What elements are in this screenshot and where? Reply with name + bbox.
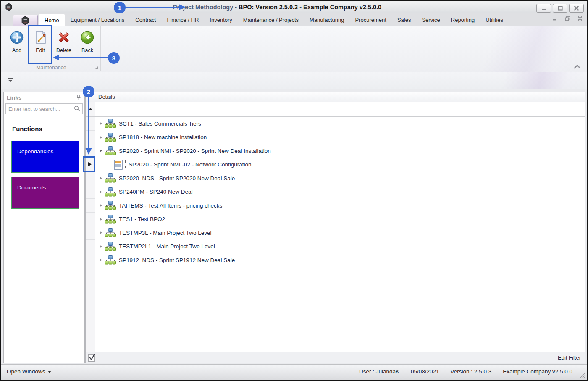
annotation-arrow-3-line (59, 57, 109, 58)
expand-arrow-icon[interactable] (97, 243, 104, 250)
row-indicator-cell (86, 213, 95, 226)
function-link-box[interactable]: Documents (11, 177, 79, 209)
tree-row[interactable]: SP240PM - SP240 New Deal (86, 185, 585, 199)
tree-row-label: SP2020 - Sprint NMI -02 - Network Config… (125, 159, 273, 170)
mdi-close-icon[interactable] (578, 16, 582, 21)
tree-row[interactable]: SP2020_NDS - Sprint SP2020 New Deal Sale (86, 171, 585, 185)
search-box (5, 103, 83, 114)
row-indicator-cell (86, 253, 95, 267)
annotation-arrow-1-head (179, 4, 185, 10)
ribbon-tab[interactable]: Home (39, 14, 65, 26)
collapse-ribbon-icon[interactable] (573, 63, 581, 70)
row-indicator-cell (86, 199, 95, 213)
tree-row-cell: SP1912_NDS - Sprint SP1912 New Deal Sale (95, 253, 585, 267)
function-link-label: Documents (17, 184, 46, 191)
tree-row[interactable]: TESTMP2L1 - Main Project Two LeveL (86, 240, 585, 254)
ribbon-tab-bar: HomeEquipment / LocationsContractFinance… (39, 14, 509, 26)
ribbon-tab[interactable]: Utilities (480, 14, 509, 26)
open-windows-button[interactable]: Open Windows (7, 368, 51, 375)
ribbon-tab[interactable]: Equipment / Locations (65, 14, 130, 26)
row-indicator-cell (86, 131, 95, 145)
pulldown-handle-icon[interactable] (8, 78, 13, 83)
function-links: Dependancies Documents (11, 141, 84, 209)
expand-arrow-icon[interactable] (97, 216, 104, 223)
tree-row-cell: SP2020 - Sprint NMI -02 - Network Config… (95, 158, 585, 172)
tree-row[interactable]: TAITEMS - Test All Items - pricing check… (86, 199, 585, 213)
tree-row[interactable]: TESTMP3L - Main Project Two Level (86, 226, 585, 240)
filter-checkbox[interactable] (88, 354, 95, 361)
project-org-chart-icon (105, 201, 116, 210)
back-arrow-icon (80, 30, 95, 45)
project-org-chart-icon (105, 133, 116, 142)
row-indicator-cell (86, 226, 95, 240)
status-date: 05/08/2021 (405, 368, 445, 375)
tree-row-label: TES1 - Test BPO2 (119, 216, 165, 222)
function-link-box[interactable]: Dependancies (11, 141, 79, 173)
project-org-chart-icon (105, 187, 116, 197)
ribbon-tab[interactable]: Contract (130, 14, 161, 26)
ribbon-tab[interactable]: Finance / HR (161, 14, 204, 26)
ribbon-tab-row: HomeEquipment / LocationsContractFinance… (1, 13, 587, 26)
back-button[interactable]: Back (76, 27, 99, 53)
tree-row-label: TESTMP2L1 - Main Project Two LeveL (119, 243, 217, 250)
tree-row[interactable]: SP1818 - New machine installation (86, 131, 585, 145)
project-org-chart-icon (105, 119, 116, 128)
minimize-button[interactable] (536, 4, 551, 13)
resize-grip-icon[interactable] (580, 373, 585, 378)
delete-button[interactable]: Delete (52, 27, 76, 53)
ribbon-tab[interactable]: Service (416, 14, 445, 26)
titlebar: Project Methodology- BPO: Version 2.5.0.… (1, 1, 587, 14)
expand-arrow-icon[interactable] (97, 120, 104, 127)
app-logo-icon (5, 3, 13, 11)
tree-row-cell: TESTMP2L1 - Main Project Two LeveL (95, 240, 585, 254)
back-button-label: Back (81, 47, 93, 53)
tree-row[interactable]: SP2020 - Sprint NMI -02 - Network Config… (86, 158, 585, 172)
annotation-arrow-3-head (53, 55, 59, 60)
status-version: Version : 2.5.0.3 (445, 368, 497, 375)
expand-arrow-icon[interactable] (97, 257, 104, 263)
add-button[interactable]: Add (5, 27, 29, 53)
ribbon-tab[interactable]: Reporting (446, 14, 480, 26)
auto-filter-row[interactable] (86, 102, 585, 117)
edit-filter-link[interactable]: Edit Filter (558, 355, 581, 361)
tree-row-label: SP2020_NDS - Sprint SP2020 New Deal Sale (119, 175, 235, 181)
tree-row-cell: TAITEMS - Test All Items - pricing check… (95, 199, 585, 213)
ribbon-tab[interactable]: Sales (392, 14, 417, 26)
group-dialog-launcher-icon[interactable] (95, 66, 98, 69)
ribbon-tab[interactable]: Manufacturing (304, 14, 349, 26)
search-icon[interactable] (74, 105, 80, 112)
ribbon-tab[interactable]: Maintenance / Projects (238, 14, 304, 26)
tree-row[interactable]: SP2020 - Sprint NMI - SP2020 - Sprint Ne… (86, 144, 585, 158)
ribbon-tab[interactable]: Procurement (349, 14, 391, 26)
annotation-highlight-row-indicator (83, 156, 95, 172)
expand-arrow-icon[interactable] (97, 134, 104, 141)
tree-row[interactable]: SCT1 - Sales Commercials Tiers (86, 117, 585, 131)
tree-row-cell: SP240PM - SP240 New Deal (95, 185, 585, 199)
mdi-restore-icon[interactable] (565, 16, 570, 21)
tree-row[interactable]: TES1 - Test BPO2 (86, 213, 585, 226)
application-button-icon (21, 16, 29, 25)
expand-arrow-icon[interactable] (97, 229, 104, 236)
grid-column-headers: Details (86, 92, 585, 102)
empty-column-header[interactable] (276, 92, 585, 102)
open-windows-label: Open Windows (7, 368, 45, 375)
expand-arrow-icon[interactable] (97, 202, 104, 209)
maximize-button[interactable] (553, 4, 567, 13)
ribbon-group-separator (100, 26, 101, 71)
expand-arrow-icon[interactable] (97, 175, 104, 181)
expand-arrow-icon[interactable] (97, 147, 104, 154)
close-button[interactable] (569, 4, 584, 13)
pin-icon[interactable] (76, 95, 81, 100)
tree-row-label: SCT1 - Sales Commercials Tiers (119, 121, 201, 127)
row-indicator-cell (86, 185, 95, 199)
expand-arrow-icon[interactable] (97, 189, 104, 195)
search-input[interactable] (6, 104, 82, 114)
annotation-arrow-1-line (125, 7, 179, 8)
mdi-minimize-icon[interactable] (553, 17, 557, 21)
tree-row[interactable]: SP1912_NDS - Sprint SP1912 New Deal Sale (86, 253, 585, 267)
function-link-label: Dependancies (17, 148, 53, 155)
grid-footer-bar: Edit Filter (86, 352, 585, 363)
details-column-header[interactable]: Details (95, 92, 276, 102)
ribbon-tab[interactable]: Inventory (204, 14, 237, 26)
tree-row-label: TESTMP3L - Main Project Two Level (119, 230, 212, 236)
